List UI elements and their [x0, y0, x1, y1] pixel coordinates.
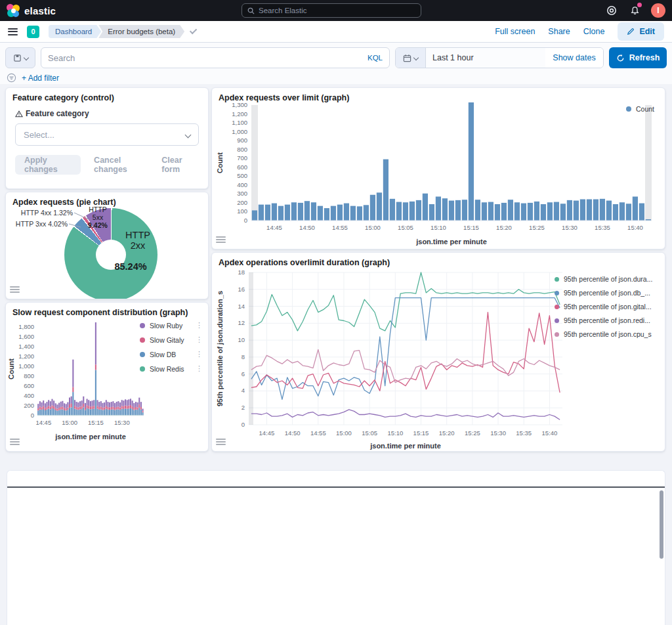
space-badge[interactable]: 0 [27, 26, 39, 38]
legend-item[interactable]: 95th percentile of json.dura... [555, 275, 658, 283]
svg-text:8: 8 [242, 353, 245, 360]
panel-apdex-requests-pie: Apdex requests (pie chart) HTTP 4xx 1.32… [5, 192, 209, 299]
legend-item[interactable]: 95th percentile of json.gital... [555, 303, 658, 311]
table-scrollbar[interactable] [660, 490, 663, 559]
svg-text:18: 18 [238, 269, 245, 276]
notifications-bell-icon[interactable] [628, 4, 641, 17]
legend-toggle-icon[interactable] [10, 437, 22, 448]
legend-item[interactable]: Slow DB⋮ [140, 350, 203, 358]
svg-text:json.time per minute: json.time per minute [369, 442, 441, 450]
svg-text:1,200: 1,200 [18, 353, 34, 360]
svg-text:15:20: 15:20 [496, 224, 512, 231]
svg-text:0: 0 [244, 217, 247, 224]
svg-text:14:50: 14:50 [299, 224, 315, 231]
legend-actions-icon[interactable]: ⋮ [196, 364, 203, 373]
legend-item[interactable]: Count [626, 105, 654, 113]
legend-toggle-icon[interactable] [10, 285, 22, 295]
global-search-input[interactable] [259, 7, 415, 14]
edit-button[interactable]: Edit [618, 22, 664, 41]
legend-item[interactable]: Slow Gitaly⋮ [140, 335, 203, 344]
brand-name: elastic [24, 5, 56, 16]
feature-category-select[interactable]: Select... [15, 123, 199, 146]
svg-text:Count: Count [216, 152, 224, 173]
global-search[interactable] [242, 3, 421, 18]
svg-text:100: 100 [237, 207, 247, 215]
apdex-line-legend: 95th percentile of json.dura...95th perc… [555, 275, 658, 338]
breadcrumb: Dashboard Error budgets (beta) [49, 25, 184, 38]
legend-toggle-icon[interactable] [216, 235, 228, 246]
share-button[interactable]: Share [548, 27, 570, 36]
legend-item[interactable]: 95th percentile of json.db_... [555, 289, 658, 297]
apdex-operations-table [7, 470, 665, 625]
panel-title: Feature category (control) [6, 88, 208, 102]
kql-language-button[interactable]: KQL [368, 54, 383, 62]
svg-text:0: 0 [242, 421, 245, 428]
refresh-icon [616, 54, 625, 62]
svg-text:2: 2 [242, 404, 245, 411]
svg-text:600: 600 [237, 163, 247, 171]
apdex-line-chart[interactable]: 02468101214161814:4514:5014:5515:0015:05… [215, 267, 572, 455]
svg-text:15:10: 15:10 [430, 224, 446, 231]
svg-text:15:05: 15:05 [362, 429, 377, 437]
calendar-menu-button[interactable] [396, 48, 426, 68]
legend-actions-icon[interactable]: ⋮ [196, 335, 203, 344]
control-field-label: Feature category [26, 109, 89, 118]
svg-text:200: 200 [24, 402, 34, 409]
svg-text:15:15: 15:15 [88, 419, 104, 426]
table-header-row [7, 471, 665, 488]
svg-text:4: 4 [242, 387, 245, 394]
svg-text:400: 400 [24, 392, 34, 399]
svg-text:15:25: 15:25 [465, 429, 480, 437]
legend-item[interactable]: Slow Ruby⋮ [140, 321, 203, 330]
slow-request-stacked-chart[interactable]: 02004006008001,0001,2001,4001,6001,80014… [7, 318, 146, 450]
apdex-bar-legend: Count [626, 105, 654, 113]
svg-text:14:55: 14:55 [332, 224, 348, 231]
time-range-value[interactable]: Last 1 hour [426, 48, 545, 68]
svg-text:12: 12 [238, 319, 245, 326]
apdex-bar-chart[interactable]: 01002003004005006007008009001,0001,1001,… [215, 101, 663, 251]
breadcrumb-dashboard[interactable]: Dashboard [49, 25, 101, 38]
kql-search-input[interactable] [48, 53, 362, 63]
panel-apdex-requests-over-limit: Apdex requests over limit (graph) 010020… [211, 87, 665, 249]
refresh-button[interactable]: Refresh [609, 47, 667, 68]
legend-actions-icon[interactable]: ⋮ [196, 321, 203, 330]
top-header-bar: elastic I [0, 0, 672, 21]
panel-title: Slow request component distribution (gra… [6, 303, 208, 317]
svg-text:1,100: 1,100 [232, 119, 247, 126]
kql-search-box[interactable]: KQL [41, 47, 390, 68]
search-icon [247, 7, 255, 14]
clone-button[interactable]: Clone [583, 27, 605, 36]
legend-item[interactable]: 95th percentile of json.cpu_s [555, 330, 658, 338]
legend-dot-icon [626, 106, 631, 112]
user-avatar[interactable]: I [651, 3, 665, 18]
legend-actions-icon[interactable]: ⋮ [196, 350, 203, 358]
pie-label-2xx-pct: 85.24% [104, 261, 157, 272]
clear-form-button[interactable]: Clear form [158, 156, 199, 174]
menu-hamburger-icon[interactable] [8, 28, 18, 35]
show-dates-button[interactable]: Show dates [545, 48, 603, 68]
add-filter-button[interactable]: + Add filter [22, 74, 59, 83]
svg-text:1,000: 1,000 [18, 362, 34, 370]
panel-feature-category-control: Feature category (control) Feature categ… [5, 87, 209, 189]
elastic-logo[interactable]: elastic [0, 4, 56, 17]
svg-text:Count: Count [7, 358, 15, 379]
help-icon[interactable] [605, 4, 618, 17]
legend-item[interactable]: 95th percentile of json.redi... [555, 316, 658, 324]
filter-options-icon[interactable] [7, 73, 16, 83]
full-screen-button[interactable]: Full screen [495, 27, 535, 36]
legend-dot-icon [140, 337, 145, 343]
breadcrumb-current[interactable]: Error budgets (beta) [98, 25, 184, 38]
panel-title [3, 454, 669, 460]
svg-text:1,000: 1,000 [232, 128, 247, 135]
legend-item[interactable]: Slow Redis⋮ [140, 364, 203, 373]
apply-changes-button[interactable]: Apply changes [15, 155, 81, 175]
legend-toggle-icon[interactable] [216, 437, 228, 448]
cancel-changes-button[interactable]: Cancel changes [90, 156, 148, 174]
svg-text:14:50: 14:50 [285, 429, 301, 437]
svg-text:200: 200 [237, 199, 247, 206]
svg-text:1,400: 1,400 [18, 343, 34, 350]
svg-text:15:40: 15:40 [542, 429, 558, 437]
saved-query-menu-button[interactable] [5, 47, 35, 68]
panel-title: Apdex requests (pie chart) [6, 192, 208, 207]
svg-text:10: 10 [238, 336, 245, 343]
